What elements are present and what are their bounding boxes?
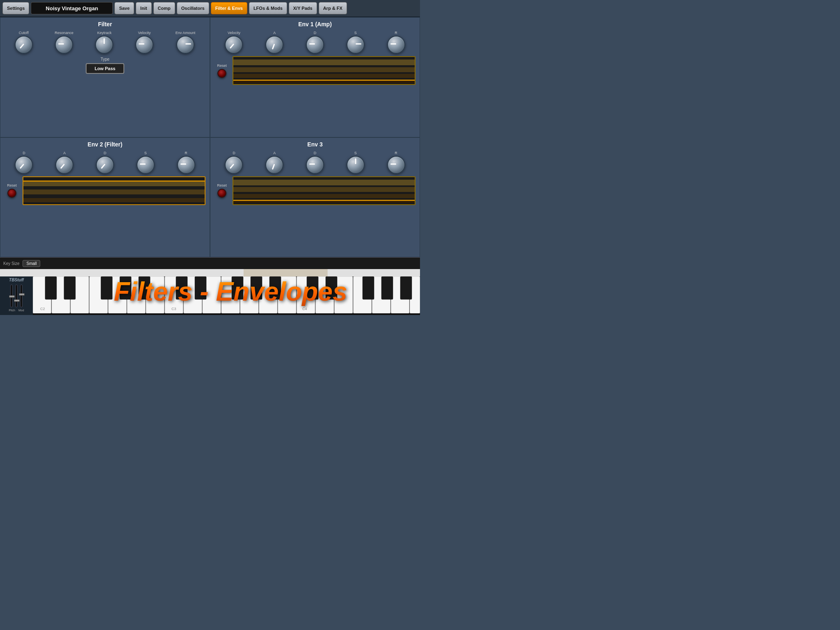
pitch-label: Pitch — [9, 309, 15, 312]
env1-panel: Env 1 (Amp) Velocity A D S R — [210, 17, 420, 137]
env3-reset-section: Reset — [215, 183, 229, 198]
settings-button[interactable]: Settings — [2, 2, 29, 14]
tb-logo: TBStuff — [9, 277, 24, 282]
env1-s-label: S — [354, 31, 357, 35]
resonance-group: Resonance — [55, 31, 73, 54]
save-button[interactable]: Save — [114, 2, 134, 14]
env3-knobs-row: D A D S R — [215, 151, 415, 174]
env2-line-3 — [23, 198, 205, 202]
env2-display-row: Reset — [5, 176, 205, 205]
slider2-group — [15, 285, 18, 307]
svg-text:C2: C2 — [40, 307, 45, 311]
env2-r-knob[interactable] — [177, 156, 195, 174]
env1-highlight — [233, 80, 415, 81]
lfos-mods-button[interactable]: LFOs & Mods — [249, 2, 287, 14]
type-button[interactable]: Low Pass — [86, 63, 125, 74]
env1-velocity-group: Velocity — [225, 31, 243, 54]
env3-reset-button[interactable] — [217, 189, 226, 198]
env2-s-knob[interactable] — [137, 156, 155, 174]
env2-highlight-top — [23, 180, 205, 182]
svg-rect-31 — [176, 276, 187, 299]
env3-s-group: S — [347, 151, 365, 174]
env1-d-knob[interactable] — [306, 36, 324, 54]
env2-a-knob[interactable] — [55, 156, 73, 174]
env1-line-2 — [233, 67, 415, 72]
filter-panel: Filter Cutoff Resonance Keytrack Velocit… — [0, 17, 210, 137]
svg-text:C3: C3 — [171, 307, 176, 311]
pitch-mod-labels: Pitch Mod — [9, 309, 24, 312]
velocity-filter-knob[interactable] — [135, 36, 153, 54]
env3-a-knob[interactable] — [265, 156, 283, 174]
main-keyboard: TBStuff — [0, 276, 420, 315]
oscillators-button[interactable]: Oscillators — [177, 2, 209, 14]
env1-display — [233, 56, 415, 85]
env2-display — [23, 176, 205, 205]
svg-rect-34 — [251, 276, 262, 299]
env3-reset-label: Reset — [217, 183, 227, 187]
xy-pads-button[interactable]: X/Y Pads — [289, 2, 317, 14]
keytrack-knob[interactable] — [95, 36, 113, 54]
env1-reset-button[interactable] — [217, 69, 226, 78]
env-amount-knob[interactable] — [176, 36, 194, 54]
env3-d0-group: D — [225, 151, 243, 174]
type-label: Type — [100, 57, 110, 62]
env2-reset-section: Reset — [5, 183, 19, 198]
env2-panel-title: Env 2 (Filter) — [5, 141, 205, 148]
env-amount-group: Env Amount — [176, 31, 196, 54]
env-amount-label: Env Amount — [176, 31, 196, 35]
slider3-track — [20, 285, 23, 307]
env1-velocity-knob[interactable] — [225, 36, 243, 54]
env1-a-group: A — [265, 31, 283, 54]
keyboard-controls: Key Size Small — [0, 258, 420, 269]
main-panels: Filter Cutoff Resonance Keytrack Velocit… — [0, 17, 420, 258]
env2-d-knob[interactable] — [96, 156, 114, 174]
env3-s-label: S — [354, 151, 357, 155]
env3-r-group: R — [387, 151, 405, 174]
key-size-small-button[interactable]: Small — [23, 260, 40, 267]
env3-d-knob[interactable] — [306, 156, 324, 174]
slider2-thumb[interactable] — [14, 299, 20, 302]
slider1-thumb[interactable] — [9, 295, 15, 298]
type-section: Type Low Pass — [5, 57, 205, 74]
env1-line-3 — [233, 74, 415, 78]
init-button[interactable]: Init — [136, 2, 152, 14]
top-bar: Settings Noisy Vintage Organ Save Init C… — [0, 0, 420, 17]
filter-envs-button[interactable]: Filter & Envs — [211, 2, 247, 14]
env3-d0-knob[interactable] — [225, 156, 243, 174]
slider3-thumb[interactable] — [19, 293, 25, 296]
arp-fx-button[interactable]: Arp & FX — [319, 2, 347, 14]
preset-name: Noisy Vintage Organ — [31, 2, 113, 14]
env1-s-knob[interactable] — [347, 36, 365, 54]
env2-s-group: S — [137, 151, 155, 174]
env2-d0-label: D — [23, 151, 25, 155]
comp-button[interactable]: Comp — [153, 2, 175, 14]
svg-rect-28 — [101, 276, 112, 299]
slider2-track — [15, 285, 18, 307]
mini-piano-strip — [0, 269, 420, 276]
resonance-knob[interactable] — [55, 36, 73, 54]
env3-display-row: Reset — [215, 176, 415, 205]
env1-display-row: Reset — [215, 56, 415, 85]
env3-a-label: A — [273, 151, 276, 155]
velocity-filter-label: Velocity — [138, 31, 151, 35]
svg-rect-32 — [195, 276, 206, 299]
key-size-label: Key Size — [3, 261, 19, 266]
svg-rect-39 — [381, 276, 393, 299]
env1-r-knob[interactable] — [387, 36, 405, 54]
env2-reset-button[interactable] — [7, 189, 16, 198]
env2-d0-knob[interactable] — [15, 156, 33, 174]
env1-s-group: S — [347, 31, 365, 54]
env3-r-knob[interactable] — [387, 156, 405, 174]
svg-rect-0 — [0, 269, 420, 276]
slider1-group — [10, 285, 13, 307]
env3-s-knob[interactable] — [347, 156, 365, 174]
env3-display — [233, 176, 415, 205]
env1-a-knob[interactable] — [265, 36, 283, 54]
resonance-label: Resonance — [55, 31, 73, 35]
cutoff-knob[interactable] — [15, 36, 33, 54]
env3-a-group: A — [265, 151, 283, 174]
env1-d-group: D — [306, 31, 324, 54]
svg-rect-37 — [326, 276, 337, 299]
svg-rect-26 — [45, 276, 57, 299]
env2-r-label: R — [185, 151, 187, 155]
